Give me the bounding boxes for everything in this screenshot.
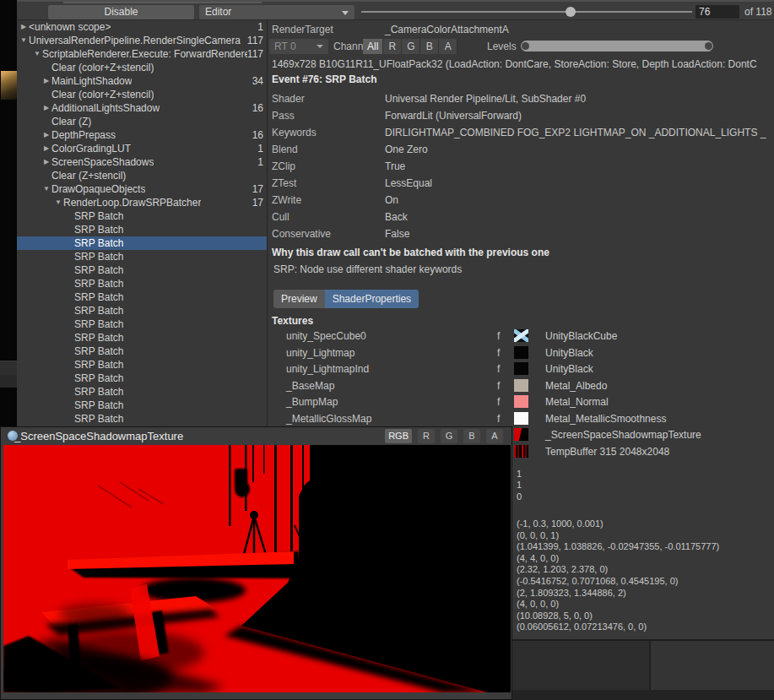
- tree-row[interactable]: SRP Batch: [17, 372, 267, 385]
- tree-row[interactable]: SRP Batch: [17, 263, 267, 277]
- chevron-down-icon[interactable]: ▼: [53, 196, 63, 209]
- tree-row-count: 16: [252, 129, 267, 141]
- event-number-field[interactable]: 76: [696, 5, 739, 19]
- tree-row[interactable]: ▶ColorGradingLUT1: [17, 142, 267, 155]
- channel-button-a[interactable]: A: [439, 39, 457, 54]
- tree-row[interactable]: SRP Batch: [17, 290, 267, 304]
- tree-row-label: SRP Batch: [74, 224, 123, 236]
- disable-button[interactable]: Disable: [48, 5, 194, 19]
- tree-row[interactable]: SRP Batch: [17, 223, 267, 236]
- tree-row[interactable]: Clear (color+Z+stencil): [17, 61, 267, 74]
- tree-row[interactable]: SRP Batch: [17, 331, 267, 345]
- texture-thumbnail-shadowmap[interactable]: [514, 428, 528, 441]
- tree-row[interactable]: SRP Batch: [17, 209, 267, 223]
- texture-name[interactable]: UnityBlack: [545, 347, 593, 359]
- property-row: PassForwardLit (UniversalForward): [268, 108, 774, 125]
- preview-channel-button-g[interactable]: G: [441, 429, 457, 443]
- chevron-right-icon[interactable]: ▶: [41, 74, 51, 88]
- tree-row[interactable]: ▶ScreenSpaceShadows1: [17, 155, 267, 169]
- tree-row[interactable]: SRP Batch: [17, 250, 267, 263]
- tree-row[interactable]: ▶MainLightShadow34: [17, 74, 267, 88]
- background-panel-row: [0, 375, 17, 388]
- chevron-right-icon[interactable]: ▶: [41, 155, 51, 169]
- property-value: DIRLIGHTMAP_COMBINED FOG_EXP2 LIGHTMAP_O…: [385, 127, 774, 138]
- levels-range-slider[interactable]: [521, 41, 713, 52]
- texture-thumbnail-black[interactable]: [514, 362, 528, 375]
- preview-channel-button-a[interactable]: A: [486, 429, 503, 443]
- vector-value: (0, 0, 0, 1): [517, 530, 719, 542]
- chevron-down-icon[interactable]: ▼: [32, 47, 42, 61]
- tree-row[interactable]: SRP Batch: [17, 399, 267, 412]
- tree-row[interactable]: ▶AdditionalLightsShadow16: [17, 101, 267, 115]
- tree-row[interactable]: ▶<unknown scope>1: [17, 20, 267, 34]
- tree-row[interactable]: SRP Batch: [17, 304, 267, 317]
- texture-row: unity_LightmapIndfUnityBlack: [268, 361, 774, 378]
- texture-name[interactable]: UnityBlack: [545, 363, 593, 375]
- property-value: One Zero: [385, 144, 774, 155]
- chevron-right-icon[interactable]: ▶: [19, 20, 29, 34]
- tree-row[interactable]: Clear (Z): [17, 115, 267, 128]
- tree-row[interactable]: SRP Batch: [17, 317, 267, 331]
- tree-row-label: <unknown scope>: [29, 21, 111, 33]
- texture-name[interactable]: _ScreenSpaceShadowmapTexture: [545, 429, 701, 441]
- texture-name[interactable]: UnityBlackCube: [545, 330, 617, 342]
- tree-row[interactable]: SRP Batch: [17, 385, 267, 399]
- levels-label: Levels: [487, 41, 517, 52]
- property-label: Blend: [272, 144, 298, 155]
- texture-name[interactable]: Metal_MetallicSmoothness: [545, 413, 666, 425]
- rt-index-dropdown[interactable]: RT 0: [269, 39, 328, 54]
- texture-thumbnail-black[interactable]: [514, 346, 528, 359]
- tree-row[interactable]: ▼UniversalRenderPipeline.RenderSingleCam…: [17, 34, 267, 47]
- texture-name[interactable]: Metal_Normal: [545, 396, 609, 408]
- chevron-right-icon[interactable]: ▶: [41, 128, 51, 142]
- channel-button-g[interactable]: G: [402, 39, 420, 54]
- preview-channel-button-rgb[interactable]: RGB: [385, 429, 412, 443]
- texture-type: f: [497, 347, 500, 359]
- vector-value: (-1, 0.3, 1000, 0.001): [517, 518, 719, 530]
- tab-preview[interactable]: Preview: [273, 290, 325, 308]
- tree-row[interactable]: SRP Batch: [17, 345, 267, 358]
- mode-dropdown[interactable]: Editor: [199, 5, 355, 19]
- tree-row[interactable]: Clear (color+Z+stencil): [17, 88, 267, 101]
- tree-row[interactable]: ▼ScriptableRenderer.Execute: ForwardRend…: [17, 47, 267, 61]
- chevron-down-icon[interactable]: ▼: [19, 34, 29, 47]
- texture-thumbnail-pink[interactable]: [514, 395, 528, 408]
- event-slider-handle[interactable]: [566, 7, 576, 17]
- tab-shaderproperties[interactable]: ShaderProperties: [325, 290, 419, 308]
- tree-row-count: 17: [252, 183, 267, 195]
- preview-title: _ScreenSpaceShadowmapTexture: [14, 430, 183, 442]
- texture-thumbnail-stripes[interactable]: [514, 445, 528, 458]
- tree-row[interactable]: SRP Batch: [17, 358, 267, 372]
- texture-property-name: unity_Lightmap: [286, 347, 355, 359]
- chevron-right-icon[interactable]: ▶: [41, 101, 51, 115]
- tree-row[interactable]: SRP Batch: [17, 236, 267, 250]
- tree-row[interactable]: ▼RenderLoop.DrawSRPBatcher17: [17, 196, 267, 209]
- mode-dropdown-value: Editor: [205, 6, 231, 18]
- chevron-right-icon[interactable]: ▶: [41, 142, 51, 155]
- tree-row-count: 117: [247, 35, 267, 46]
- texture-row: _BaseMapfMetal_Albedo: [268, 378, 774, 395]
- texture-thumbnail-tan[interactable]: [514, 379, 528, 392]
- preview-channel-button-b[interactable]: B: [463, 429, 480, 443]
- channel-button-r[interactable]: R: [383, 39, 402, 54]
- tree-row[interactable]: SRP Batch: [17, 277, 267, 290]
- channel-button-all[interactable]: All: [363, 39, 383, 54]
- tree-row[interactable]: Clear (Z+stencil): [17, 169, 267, 182]
- texture-thumbnail-white[interactable]: [514, 412, 528, 425]
- preview-channel-button-r[interactable]: R: [418, 429, 435, 443]
- event-title: Event #76: SRP Batch: [272, 73, 377, 85]
- preview-titlebar[interactable]: _ScreenSpaceShadowmapTexture RGBRGBA: [2, 427, 512, 445]
- tree-row[interactable]: ▼DrawOpaqueObjects17: [17, 182, 267, 196]
- texture-name[interactable]: TempBuffer 315 2048x2048: [545, 446, 669, 458]
- property-value: True: [385, 160, 774, 172]
- chevron-down-icon[interactable]: ▼: [41, 182, 51, 196]
- texture-name[interactable]: Metal_Albedo: [545, 380, 607, 392]
- tree-row[interactable]: ▶DepthPrepass16: [17, 128, 267, 142]
- channel-button-b[interactable]: B: [420, 39, 439, 54]
- property-row: ZTestLessEqual: [268, 176, 774, 193]
- texture-thumbnail-cubemap[interactable]: [514, 329, 528, 342]
- buffer-info-line: 1469x728 B10G11R11_UFloatPack32 (LoadAct…: [272, 58, 774, 70]
- tree-row-count: 16: [252, 102, 267, 114]
- event-slider-track[interactable]: [361, 11, 692, 13]
- tree-row[interactable]: SRP Batch: [17, 412, 267, 426]
